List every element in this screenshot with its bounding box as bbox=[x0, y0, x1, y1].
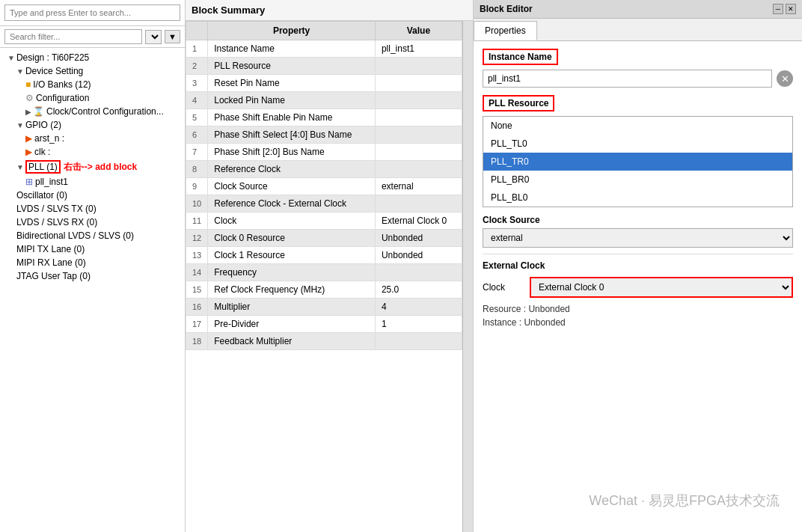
instance-name-clear-button[interactable]: ✕ bbox=[777, 70, 793, 87]
row-value bbox=[375, 144, 462, 161]
instance-ref-value: Unbonded bbox=[524, 317, 565, 328]
expand-arrow: ▶ bbox=[25, 108, 31, 116]
tree-device-setting[interactable]: ▼ Device Setting bbox=[0, 64, 185, 78]
table-row[interactable]: 4 Locked Pin Name bbox=[186, 92, 462, 109]
scrollbar[interactable] bbox=[462, 21, 473, 532]
filter-input[interactable] bbox=[4, 29, 142, 44]
table-row[interactable]: 16 Multiplier 4 bbox=[186, 299, 462, 316]
row-property: Phase Shift Select [4:0] Bus Name bbox=[208, 126, 376, 144]
external-clock-title: External Clock bbox=[483, 260, 793, 271]
row-value: 25.0 bbox=[375, 281, 462, 299]
table-row[interactable]: 11 Clock External Clock 0 bbox=[186, 213, 462, 230]
table-row[interactable]: 2 PLL Resource bbox=[186, 58, 462, 75]
tree-pll[interactable]: ▼ PLL (1) 右击--> add block bbox=[0, 159, 185, 175]
pll-dropdown-list: None PLL_TL0 PLL_TR0 PLL_BR0 PLL_BL0 bbox=[483, 116, 793, 207]
table-row[interactable]: 17 Pre-Divider 1 bbox=[186, 316, 462, 333]
tree-bidi[interactable]: Bidirectional LVDS / SLVS (0) bbox=[0, 229, 185, 242]
properties-content: Instance Name ✕ PLL Resource None PLL_TL… bbox=[474, 41, 802, 532]
tree-lvds-tx[interactable]: LVDS / SLVS TX (0) bbox=[0, 202, 185, 215]
pll-resource-section: PLL Resource None PLL_TL0 PLL_TR0 PLL_BR… bbox=[483, 95, 793, 207]
table-row[interactable]: 6 Phase Shift Select [4:0] Bus Name bbox=[186, 126, 462, 144]
lvds-tx-label: LVDS / SLVS TX (0) bbox=[16, 204, 97, 214]
row-num: 12 bbox=[186, 230, 208, 247]
row-num: 7 bbox=[186, 144, 208, 161]
filter-row: ▼ bbox=[0, 26, 185, 48]
tree-io-banks[interactable]: ■ I/O Banks (12) bbox=[0, 78, 185, 91]
tree-clock-control[interactable]: ▶ ⌛ Clock/Control Configuration... bbox=[0, 105, 185, 118]
mipi-rx-label: MIPI RX Lane (0) bbox=[16, 257, 86, 268]
row-property: Feedback Multiplier bbox=[208, 333, 376, 350]
table-row[interactable]: 15 Ref Clock Frequency (MHz) 25.0 bbox=[186, 281, 462, 299]
row-num: 13 bbox=[186, 247, 208, 264]
table-row[interactable]: 10 Reference Clock - External Clock bbox=[186, 195, 462, 213]
table-row[interactable]: 14 Frequency bbox=[186, 264, 462, 281]
divider bbox=[483, 254, 793, 254]
clock-source-section: Clock Source external internal bbox=[483, 215, 793, 248]
tree-lvds-rx[interactable]: LVDS / SLVS RX (0) bbox=[0, 215, 185, 229]
table-row[interactable]: 13 Clock 1 Resource Unbonded bbox=[186, 247, 462, 264]
row-num: 17 bbox=[186, 316, 208, 333]
row-num: 5 bbox=[186, 109, 208, 126]
clock-control-label: Clock/Control Configuration... bbox=[46, 106, 164, 117]
instance-name-input[interactable] bbox=[483, 70, 772, 88]
pll-option-tr0[interactable]: PLL_TR0 bbox=[483, 153, 792, 171]
row-num: 11 bbox=[186, 213, 208, 230]
clock-source-select[interactable]: external internal bbox=[483, 228, 793, 248]
block-summary-table-scroll: Property Value 1 Instance Name pll_inst1… bbox=[186, 21, 473, 532]
row-property: Multiplier bbox=[208, 299, 376, 316]
row-property: Reference Clock bbox=[208, 161, 376, 178]
tree-oscillator[interactable]: Oscillator (0) bbox=[0, 189, 185, 202]
expand-arrow: ▼ bbox=[7, 54, 15, 62]
row-value: 1 bbox=[375, 316, 462, 333]
search-box bbox=[0, 0, 185, 26]
table-row[interactable]: 7 Phase Shift [2:0] Bus Name bbox=[186, 144, 462, 161]
row-value: External Clock 0 bbox=[375, 213, 462, 230]
filter-icon-button[interactable]: ▼ bbox=[165, 30, 180, 43]
row-value bbox=[375, 264, 462, 281]
block-editor-title: Block Editor bbox=[480, 4, 533, 14]
tree-gpio[interactable]: ▼ GPIO (2) bbox=[0, 118, 185, 132]
table-row[interactable]: 18 Feedback Multiplier bbox=[186, 333, 462, 350]
pll-option-bl0[interactable]: PLL_BL0 bbox=[483, 189, 792, 207]
row-num: 16 bbox=[186, 299, 208, 316]
tree-configuration[interactable]: ⚙ Configuration bbox=[0, 91, 185, 105]
tree-design[interactable]: ▼ Design : Ti60F225 bbox=[0, 51, 185, 64]
config-icon: ⚙ bbox=[25, 93, 34, 103]
tree-mipi-tx[interactable]: MIPI TX Lane (0) bbox=[0, 242, 185, 256]
instance-line: Instance : Unbonded bbox=[483, 317, 793, 328]
pll-inst-icon: ⊞ bbox=[25, 177, 33, 187]
table-row[interactable]: 5 Phase Shift Enable Pin Name bbox=[186, 109, 462, 126]
close-button[interactable]: ✕ bbox=[786, 4, 796, 14]
filter-select[interactable] bbox=[145, 30, 162, 44]
external-clock-section: External Clock Clock External Clock 0 Ex… bbox=[483, 260, 793, 328]
instance-name-label: Instance Name bbox=[483, 49, 558, 65]
block-summary-title: Block Summary bbox=[186, 0, 473, 21]
row-value bbox=[375, 92, 462, 109]
tab-properties[interactable]: Properties bbox=[474, 21, 537, 40]
minimize-button[interactable]: ─ bbox=[773, 4, 783, 14]
table-row[interactable]: 3 Reset Pin Name bbox=[186, 75, 462, 92]
pll-option-tl0[interactable]: PLL_TL0 bbox=[483, 135, 792, 153]
clock-select[interactable]: External Clock 0 External Clock 1 bbox=[530, 277, 793, 298]
pll-option-none[interactable]: None bbox=[483, 117, 792, 135]
row-value: external bbox=[375, 178, 462, 195]
row-num: 3 bbox=[186, 75, 208, 92]
pll-option-br0[interactable]: PLL_BR0 bbox=[483, 171, 792, 189]
table-row[interactable]: 12 Clock 0 Resource Unbonded bbox=[186, 230, 462, 247]
tree-jtag[interactable]: JTAG User Tap (0) bbox=[0, 269, 185, 283]
row-property: Phase Shift Enable Pin Name bbox=[208, 109, 376, 126]
tree-arst[interactable]: ▶ arst_n : bbox=[0, 132, 185, 145]
table-row[interactable]: 8 Reference Clock bbox=[186, 161, 462, 178]
tree-mipi-rx[interactable]: MIPI RX Lane (0) bbox=[0, 256, 185, 269]
tree-pll-inst[interactable]: ⊞ pll_inst1 bbox=[0, 175, 185, 189]
row-value bbox=[375, 126, 462, 144]
table-row[interactable]: 9 Clock Source external bbox=[186, 178, 462, 195]
search-input[interactable] bbox=[4, 4, 180, 21]
tree-clk[interactable]: ▶ clk : bbox=[0, 145, 185, 159]
configuration-label: Configuration bbox=[36, 93, 89, 103]
row-property: Ref Clock Frequency (MHz) bbox=[208, 281, 376, 299]
table-row[interactable]: 1 Instance Name pll_inst1 bbox=[186, 40, 462, 58]
io-banks-label: I/O Banks (12) bbox=[33, 79, 91, 90]
row-property: Clock Source bbox=[208, 178, 376, 195]
left-panel: ▼ ▼ Design : Ti60F225 ▼ Device Setting ■… bbox=[0, 0, 186, 532]
